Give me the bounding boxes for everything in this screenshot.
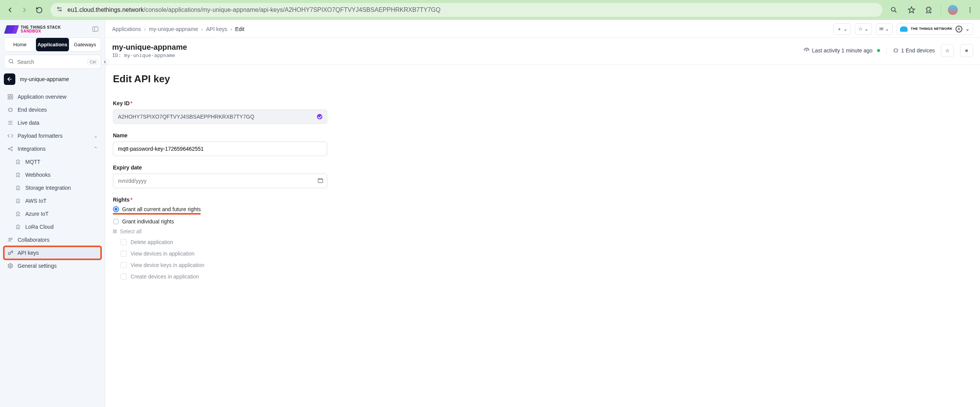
reload-button[interactable] — [34, 5, 44, 15]
rights-label: Rights — [113, 197, 130, 203]
svg-point-6 — [970, 10, 971, 11]
sidebar-item-label: Azure IoT — [25, 211, 49, 217]
sidebar-item-label: AWS IoT — [25, 198, 47, 204]
sidebar-item-live-data[interactable]: Live data — [4, 116, 101, 129]
select-all-toggle[interactable]: Select all — [113, 228, 381, 234]
key-id-value: A2HOHY7SPIXO7QFTVYJ4SBSAEPPHRKRXB7TY7GQ — [118, 114, 254, 120]
sidebar-item-label: Webhooks — [25, 172, 51, 178]
sidebar-item-aws-iot[interactable]: AWS IoT — [4, 194, 101, 207]
context-back-button[interactable] — [4, 73, 15, 85]
svg-point-35 — [806, 50, 807, 51]
svg-point-5 — [970, 7, 971, 8]
sidebar-item-overview[interactable]: Application overview — [4, 90, 101, 103]
checkbox-icon — [121, 251, 127, 257]
profile-avatar[interactable] — [948, 5, 958, 15]
sidebar-item-collaborators[interactable]: Collaborators — [4, 233, 101, 246]
rights-checkbox-row[interactable]: Delete application — [113, 239, 381, 245]
app-id: ID: my-unique-appname — [112, 52, 187, 58]
rights-checkbox-row[interactable]: View devices in application — [113, 251, 381, 257]
extensions-icon[interactable] — [924, 5, 934, 15]
add-menu-button[interactable]: ＋⌄ — [833, 23, 851, 35]
name-label: Name — [113, 132, 127, 138]
radio-grant-individual[interactable]: Grant individual rights — [113, 218, 381, 225]
svg-line-3 — [895, 11, 897, 13]
sidebar-item-label: Application overview — [18, 94, 67, 100]
kbd-ctrl: Ctrl — [87, 59, 98, 65]
sidebar-item-label: Collaborators — [18, 237, 49, 243]
inbox-menu-button[interactable]: ✉⌄ — [876, 23, 893, 35]
plus-icon: ＋ — [837, 26, 842, 33]
puzzle-icon — [15, 184, 21, 191]
rights-checkbox-row[interactable]: Create devices in application — [113, 274, 381, 280]
cloud-icon — [900, 26, 908, 32]
puzzle-icon — [15, 158, 21, 165]
crumb-edit: Edit — [235, 26, 244, 32]
sidebar-item-integrations[interactable]: Integrations ⌃ — [4, 142, 101, 155]
crumb-applications[interactable]: Applications — [112, 26, 141, 32]
crumb-apikeys[interactable]: API keys — [206, 26, 227, 32]
puzzle-icon — [15, 197, 21, 204]
expiry-input[interactable] — [113, 174, 327, 188]
chevron-up-icon: ⌃ — [93, 146, 98, 152]
sidebar-item-api-keys[interactable]: API keys — [4, 246, 101, 259]
rights-checkbox-label: Delete application — [131, 239, 173, 245]
page-title: Edit API key — [113, 73, 972, 85]
end-devices-count[interactable]: 1 End devices — [893, 47, 935, 54]
grid-icon — [7, 93, 14, 100]
sidebar-item-general-settings[interactable]: General settings — [4, 259, 101, 272]
sidebar-item-azure-iot[interactable]: Azure IoT — [4, 207, 101, 220]
logo-mark — [4, 25, 19, 34]
chrome-menu-icon[interactable] — [965, 5, 975, 15]
site-info-icon[interactable] — [56, 5, 64, 15]
favorite-button[interactable]: ☆ — [941, 44, 954, 57]
bookmark-star-icon[interactable] — [906, 5, 917, 15]
sidebar-item-label: MQTT — [25, 159, 41, 165]
sidebar-item-label: Storage Integration — [25, 185, 71, 191]
sidebar-item-label: LoRa Cloud — [25, 224, 54, 230]
topbar: Applications › my-unique-appname › API k… — [105, 20, 980, 37]
svg-point-10 — [9, 59, 13, 63]
sidebar-search[interactable]: Ctrl K — [4, 55, 101, 69]
rights-checkbox-row[interactable]: View device keys in application — [113, 262, 381, 268]
url-bar[interactable]: eu1.cloud.thethings.network/console/appl… — [51, 3, 882, 17]
sidebar-item-webhooks[interactable]: Webhooks — [4, 168, 101, 181]
svg-point-0 — [57, 7, 59, 8]
back-button[interactable] — [5, 5, 15, 15]
provider-menu-button[interactable]: THE THINGS NETWORK ⌄ — [897, 23, 973, 35]
sidebar: THE THINGS STACK SANDBOX Home Applicatio… — [0, 20, 105, 407]
search-input[interactable] — [17, 59, 84, 65]
star-menu-button[interactable]: ☆⌄ — [855, 23, 872, 35]
tab-gateways[interactable]: Gateways — [69, 38, 101, 51]
required-mark: * — [131, 197, 132, 203]
radio-grant-all[interactable]: Grant all current and future rights — [113, 206, 201, 212]
brand-line2: SANDBOX — [21, 29, 61, 33]
tab-home[interactable]: Home — [4, 38, 36, 51]
context-app-name: my-unique-appname — [20, 76, 69, 82]
sidebar-item-payload-formatters[interactable]: Payload formatters ⌄ — [4, 129, 101, 142]
context-menu-button[interactable]: ≡ — [960, 44, 973, 57]
svg-rect-13 — [8, 94, 10, 96]
crumb-appname[interactable]: my-unique-appname — [149, 26, 198, 32]
sidebar-item-lora-cloud[interactable]: LoRa Cloud — [4, 220, 101, 233]
puzzle-icon — [15, 171, 21, 178]
tab-applications[interactable]: Applications — [36, 38, 69, 51]
user-icon — [956, 26, 962, 33]
breadcrumb: Applications › my-unique-appname › API k… — [112, 26, 244, 32]
expiry-label: Expiry date — [113, 164, 142, 171]
name-input[interactable] — [113, 142, 327, 156]
url-text: eu1.cloud.thethings.network/console/appl… — [67, 7, 441, 13]
code-icon — [7, 132, 14, 139]
svg-point-30 — [9, 238, 10, 239]
sidebar-item-storage[interactable]: Storage Integration — [4, 181, 101, 194]
sidebar-item-end-devices[interactable]: End devices — [4, 103, 101, 116]
brand-logo[interactable]: THE THINGS STACK SANDBOX — [5, 25, 61, 34]
svg-point-26 — [11, 147, 13, 148]
sidebar-collapse-icon[interactable] — [92, 26, 100, 33]
calendar-icon[interactable] — [317, 177, 323, 185]
svg-point-32 — [8, 252, 10, 254]
sidebar-item-mqtt[interactable]: MQTT — [4, 155, 101, 168]
zoom-icon[interactable] — [889, 5, 899, 15]
indeterminate-icon — [113, 230, 117, 233]
forward-button[interactable] — [19, 5, 30, 15]
svg-rect-36 — [894, 49, 897, 52]
